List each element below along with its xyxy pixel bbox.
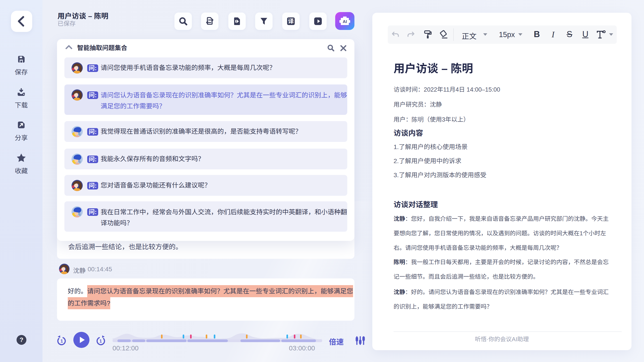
svg-text:1: 1 [99,339,102,344]
svg-text:AI: AI [343,19,347,24]
svg-text:1: 1 [60,339,63,344]
svg-text:译: 译 [288,16,294,25]
